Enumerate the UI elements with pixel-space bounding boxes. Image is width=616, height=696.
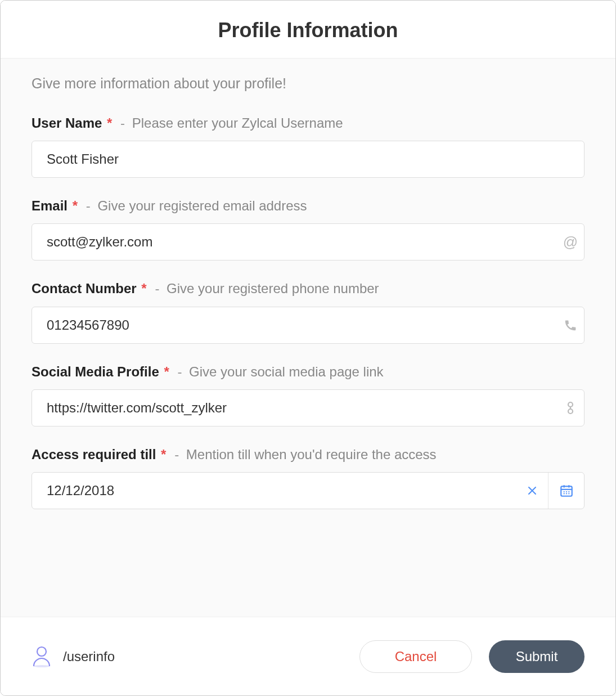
contact-hint: Give your registered phone number (167, 281, 379, 296)
field-label-row: Contact Number * - Give your registered … (32, 280, 584, 297)
dialog-header: Profile Information (1, 1, 615, 59)
social-input-wrap (32, 389, 584, 426)
dialog-footer: /userinfo Cancel Submit (1, 617, 615, 695)
svg-point-4 (34, 665, 50, 667)
link-icon (557, 401, 584, 415)
contact-input[interactable] (32, 307, 557, 343)
field-access: Access required till * - Mention till wh… (32, 446, 584, 509)
calendar-button[interactable] (548, 473, 584, 509)
dash: - (120, 115, 125, 131)
dash: - (86, 198, 91, 213)
email-hint: Give your registered email address (97, 198, 307, 213)
svg-rect-2 (561, 486, 572, 496)
field-label-row: Social Media Profile * - Give your socia… (32, 363, 584, 380)
field-social: Social Media Profile * - Give your socia… (32, 363, 584, 426)
field-label-row: User Name * - Please enter your Zylcal U… (32, 114, 584, 132)
field-label-row: Access required till * - Mention till wh… (32, 446, 584, 463)
dash: - (155, 281, 159, 296)
access-hint: Mention till when you'd require the acce… (186, 447, 437, 462)
email-input-wrap: @ (32, 223, 584, 261)
username-hint: Please enter your Zylcal Username (132, 115, 343, 131)
dash: - (174, 447, 179, 462)
required-marker: * (164, 364, 169, 379)
at-icon: @ (557, 234, 584, 251)
required-marker: * (107, 115, 112, 131)
command-text: /userinfo (63, 649, 115, 664)
username-input-wrap (32, 141, 584, 178)
contact-input-wrap (32, 307, 584, 344)
access-label: Access required till (32, 447, 156, 462)
field-email: Email * - Give your registered email add… (32, 197, 584, 261)
intro-text: Give more information about your profile… (32, 75, 584, 92)
dialog-title: Profile Information (1, 19, 615, 42)
user-icon (32, 645, 52, 668)
required-marker: * (141, 281, 146, 296)
phone-icon (557, 318, 584, 332)
access-date-input[interactable] (32, 473, 516, 509)
svg-point-1 (568, 409, 573, 414)
profile-info-dialog: Profile Information Give more informatio… (0, 0, 616, 696)
clear-date-button[interactable] (516, 473, 548, 509)
username-label: User Name (32, 115, 102, 131)
field-label-row: Email * - Give your registered email add… (32, 197, 584, 214)
dash: - (177, 364, 182, 379)
social-label: Social Media Profile (32, 364, 159, 379)
cancel-button[interactable]: Cancel (359, 640, 472, 673)
username-input[interactable] (32, 141, 584, 177)
contact-label: Contact Number (32, 281, 137, 296)
submit-button[interactable]: Submit (489, 640, 584, 673)
footer-left: /userinfo (32, 645, 115, 668)
svg-point-0 (568, 402, 573, 407)
required-marker: * (73, 198, 78, 213)
access-input-wrap (32, 472, 584, 509)
field-contact: Contact Number * - Give your registered … (32, 280, 584, 343)
svg-point-3 (37, 647, 46, 656)
social-hint: Give your social media page link (189, 364, 384, 379)
email-input[interactable] (32, 224, 557, 260)
email-label: Email (32, 198, 68, 213)
social-input[interactable] (32, 390, 557, 426)
field-username: User Name * - Please enter your Zylcal U… (32, 114, 584, 178)
required-marker: * (161, 447, 166, 462)
dialog-body: Give more information about your profile… (1, 59, 615, 617)
